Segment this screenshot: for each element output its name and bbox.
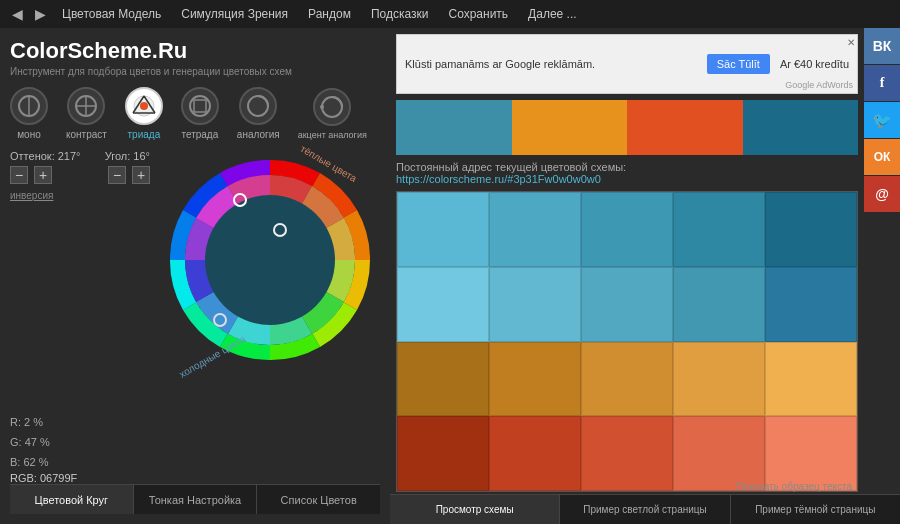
- wheel-section: Оттенок: 217° Угол: 16° − + − + инверсия: [10, 150, 380, 484]
- angle-minus-btn[interactable]: −: [108, 166, 126, 184]
- tab-light-page[interactable]: Пример светлой страницы: [560, 495, 730, 524]
- mode-triada-label: триада: [128, 129, 161, 140]
- social-vk-btn[interactable]: ВК: [864, 28, 900, 64]
- mode-triada-icon: [125, 87, 163, 125]
- swatch-4[interactable]: [743, 100, 859, 155]
- social-fb-btn[interactable]: f: [864, 65, 900, 101]
- tab-fine-tune[interactable]: Тонкая Настройка: [134, 485, 258, 514]
- svg-point-14: [320, 105, 324, 109]
- hue-display: Оттенок: 217°: [10, 150, 81, 162]
- mode-tetrada-icon: [181, 87, 219, 125]
- grid-cell[interactable]: [489, 267, 581, 342]
- r-value: R: 2 %: [10, 416, 150, 428]
- tab-color-wheel[interactable]: Цветовой Круг: [10, 485, 134, 514]
- mode-accent[interactable]: акцент аналогия: [298, 88, 367, 140]
- tab-scheme-preview[interactable]: Просмотр схемы: [390, 495, 560, 524]
- nav-color-model[interactable]: Цветовая Модель: [54, 5, 169, 23]
- grid-cell[interactable]: [673, 192, 765, 267]
- mode-contrast-icon: [67, 87, 105, 125]
- grid-cell[interactable]: [581, 416, 673, 491]
- hue-angle-row: Оттенок: 217° Угол: 16°: [10, 150, 150, 162]
- mode-mono[interactable]: моно: [10, 87, 48, 140]
- hue-minus-btn[interactable]: −: [10, 166, 28, 184]
- wheel-controls: Оттенок: 217° Угол: 16° − + − + инверсия: [10, 150, 150, 484]
- main-content: ColorScheme.Ru Инструмент для подбора цв…: [0, 28, 900, 524]
- wheel-svg: [160, 150, 380, 370]
- mode-contrast[interactable]: контраст: [66, 87, 107, 140]
- angle-stepper: − +: [108, 166, 150, 184]
- hue-stepper: − +: [10, 166, 52, 184]
- ad-cta-btn[interactable]: Sāc Tūlīt: [707, 54, 770, 74]
- left-panel: ColorScheme.Ru Инструмент для подбора цв…: [0, 28, 390, 524]
- grid-cell[interactable]: [765, 267, 857, 342]
- grid-cell[interactable]: [581, 342, 673, 417]
- nav-hints[interactable]: Подсказки: [363, 5, 437, 23]
- mode-mono-label: моно: [17, 129, 41, 140]
- grid-cell[interactable]: [397, 267, 489, 342]
- color-wheel[interactable]: тёплые цвета холодные цвета: [160, 150, 380, 370]
- nav-random[interactable]: Рандом: [300, 5, 359, 23]
- svg-point-9: [140, 102, 148, 110]
- mode-triada[interactable]: триада: [125, 87, 163, 140]
- angle-plus-btn[interactable]: +: [132, 166, 150, 184]
- social-tw-btn[interactable]: 🐦: [864, 102, 900, 138]
- tab-color-list[interactable]: Список Цветов: [257, 485, 380, 514]
- mode-selector: моно контраст: [10, 87, 380, 140]
- color-grid: [396, 191, 858, 492]
- mode-tetrada[interactable]: тетрада: [181, 87, 219, 140]
- perm-address-link[interactable]: https://colorscheme.ru/#3p31Fw0w0w0w0: [396, 173, 601, 185]
- swatches-row: [396, 100, 858, 155]
- bottom-tabs-right: Просмотр схемы Пример светлой страницы П…: [390, 494, 900, 524]
- ad-close-btn[interactable]: ✕: [847, 37, 855, 48]
- social-ok-btn[interactable]: ОК: [864, 139, 900, 175]
- swatch-2[interactable]: [512, 100, 628, 155]
- b-value: B: 62 %: [10, 456, 150, 468]
- nav-save[interactable]: Сохранить: [440, 5, 516, 23]
- svg-point-16: [205, 195, 335, 325]
- show-text-label[interactable]: Показать образец текста: [736, 481, 852, 492]
- mode-mono-icon: [10, 87, 48, 125]
- app-title: ColorScheme.Ru: [10, 38, 380, 64]
- tab-dark-page[interactable]: Пример тёмной страницы: [731, 495, 900, 524]
- mode-analogia-label: аналогия: [237, 129, 280, 140]
- mode-analogia[interactable]: аналогия: [237, 87, 280, 140]
- grid-cell[interactable]: [397, 192, 489, 267]
- grid-cell[interactable]: [397, 416, 489, 491]
- mode-accent-label: акцент аналогия: [298, 130, 367, 140]
- svg-point-10: [190, 96, 210, 116]
- bottom-tabs-left: Цветовой Круг Тонкая Настройка Список Цв…: [10, 484, 380, 514]
- grid-cell[interactable]: [765, 192, 857, 267]
- grid-cell[interactable]: [673, 267, 765, 342]
- social-sidebar: ВК f 🐦 ОК @: [864, 28, 900, 212]
- perm-address-label: Постоянный адрес текущей цветовой схемы:: [396, 161, 626, 173]
- grid-cell[interactable]: [581, 192, 673, 267]
- grid-cell[interactable]: [489, 342, 581, 417]
- mode-accent-icon: [313, 88, 351, 126]
- ad-text: Klūsti pamanāms ar Google reklāmām.: [405, 58, 697, 70]
- inversion-link[interactable]: инверсия: [10, 190, 150, 201]
- swatch-3[interactable]: [627, 100, 743, 155]
- forward-btn[interactable]: ▶: [31, 4, 50, 24]
- hue-plus-btn[interactable]: +: [34, 166, 52, 184]
- grid-cell[interactable]: [397, 342, 489, 417]
- grid-cell[interactable]: [489, 192, 581, 267]
- swatch-1[interactable]: [396, 100, 512, 155]
- grid-cell[interactable]: [581, 267, 673, 342]
- grid-cell[interactable]: [673, 342, 765, 417]
- rgb-section: R: 2 % G: 47 % B: 62 % RGB: 06799F: [10, 408, 150, 484]
- g-value: G: 47 %: [10, 436, 150, 448]
- grid-cell[interactable]: [765, 342, 857, 417]
- ad-banner: Klūsti pamanāms ar Google reklāmām. Sāc …: [396, 34, 858, 94]
- grid-cell[interactable]: [765, 416, 857, 491]
- nav-more[interactable]: Далее ...: [520, 5, 585, 23]
- rgb-hex: RGB: 06799F: [10, 472, 150, 484]
- nav-vision-sim[interactable]: Симуляция Зрения: [173, 5, 296, 23]
- perm-address-section: Постоянный адрес текущей цветовой схемы:…: [396, 161, 858, 185]
- right-panel: ВК f 🐦 ОК @ Klūsti pamanāms ar Google re…: [390, 28, 900, 524]
- svg-rect-11: [194, 100, 206, 112]
- grid-cell[interactable]: [489, 416, 581, 491]
- back-btn[interactable]: ◀: [8, 4, 27, 24]
- grid-cell[interactable]: [673, 416, 765, 491]
- mode-tetrada-label: тетрада: [181, 129, 218, 140]
- social-mail-btn[interactable]: @: [864, 176, 900, 212]
